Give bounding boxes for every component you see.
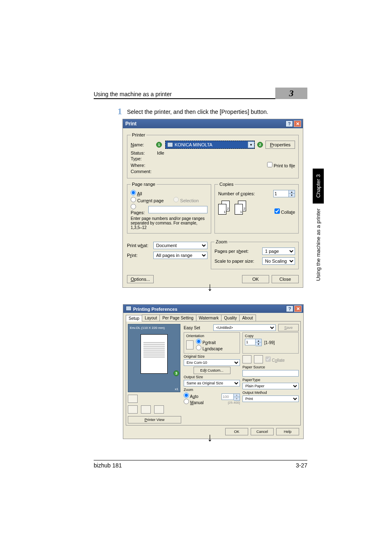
cancel-button[interactable]: Cancel [251,428,274,435]
print-what-label: Print what: [127,243,151,248]
callout-2: 2 [257,142,263,148]
tab-about[interactable]: About [239,314,256,321]
preview-page-icon [141,334,168,374]
zoom-manual-radio[interactable]: Manual [184,400,204,405]
close-icon[interactable]: ✕ [294,305,302,312]
copy-range-label: [1-99] [264,340,275,345]
orientation-legend: Orientation [186,334,238,338]
options-button[interactable]: Options... [127,275,154,283]
properties-button[interactable]: Properties [265,141,295,149]
prefs-title: Printing Preferences [133,307,178,312]
page-preview: Env.DL (110 X 220 mm) 3 x1 [128,324,180,392]
easy-set-select[interactable]: <Untitled> [213,324,276,331]
paper-type-label: PaperType [242,378,299,382]
layout-icon-4[interactable] [154,405,164,414]
copy-input[interactable] [245,339,256,345]
page-range-legend: Page range [131,182,157,187]
comment-label: Comment: [131,169,154,174]
tab-setup[interactable]: Setup [126,315,142,321]
ok-button[interactable]: OK [225,428,248,435]
printer-name-select[interactable]: KONICA MINOLTA ▼ [165,141,255,149]
zoom-spinner: ▲▼ [221,393,240,401]
prefs-tabs: Setup Layout Per Page Setting Watermark … [126,314,301,321]
print-range-select[interactable]: All pages in range [153,252,208,259]
num-copies-label: Number of copies: [218,191,255,196]
spin-down-icon[interactable]: ▼ [256,342,261,346]
arrow-down-icon: ↓ [207,280,213,294]
zoom-label: Zoom [184,388,240,392]
pages-per-sheet-select[interactable]: 1 page [262,247,295,255]
callout-3: 3 [173,370,179,376]
copy-legend: Copy [245,334,296,338]
footer-right: 3-27 [296,462,307,469]
layout-icon-1[interactable] [128,395,138,403]
print-range-label: Print: [127,253,151,258]
close-button[interactable]: Close [272,275,299,283]
print-what-select[interactable]: Document [153,242,208,249]
paper-type-select[interactable]: Plain Paper [242,383,299,389]
print-dialog: Print ? ✕ Printer Name: 1 KONICA MINOLTA… [122,119,303,288]
output-size-select[interactable]: Same as Original Size [184,380,240,386]
landscape-radio[interactable]: Landscape [196,347,223,351]
print-dialog-title: Print [125,121,136,127]
save-button: Save [278,324,299,331]
output-method-select[interactable]: Print [242,395,299,402]
num-copies-input[interactable] [273,190,289,197]
copy-spinner[interactable]: ▲▼ [245,339,262,346]
scale-select[interactable]: No Scaling [262,257,295,265]
range-all-radio[interactable]: All [131,190,142,196]
output-method-label: Output Method [242,391,299,395]
tab-watermark[interactable]: Watermark [196,314,222,321]
range-current-radio[interactable]: Current page [131,197,164,203]
zoom-range-label: [25-400] [221,401,240,405]
tab-quality[interactable]: Quality [221,314,240,321]
step-number: 1 [118,106,122,117]
paper-source-select[interactable]: Auto [242,370,299,377]
zoom-group: Zoom Pages per sheet: 1 page Scale to pa… [211,239,299,269]
edit-custom-button[interactable]: Edit Custom... [194,367,231,374]
header-chapter-badge: 3 [275,88,307,99]
spin-up-icon[interactable]: ▲ [289,190,295,194]
close-icon[interactable]: ✕ [294,120,301,127]
spin-up-icon[interactable]: ▲ [256,339,261,342]
ok-button[interactable]: OK [242,275,269,283]
range-selection-radio: Selection [173,197,198,203]
chevron-down-icon[interactable]: ▼ [248,141,254,148]
help-icon[interactable]: ? [286,305,293,312]
step-text: Select the printer, and then click the [… [127,106,268,115]
help-icon[interactable]: ? [286,120,293,127]
num-copies-spinner[interactable]: ▲▼ [273,190,295,197]
zoom-auto-radio[interactable]: Auto [184,394,198,399]
footer-left: bizhub 181 [94,462,122,469]
paper-source-label: Paper Source [242,365,299,369]
status-value: Idle [157,150,164,155]
tab-layout[interactable]: Layout [142,314,160,321]
print-dialog-titlebar: Print ? ✕ [123,119,303,128]
side-tab-section: Using the machine as a printer [314,204,322,286]
print-to-file-checkbox[interactable]: Print to file [267,162,295,168]
status-label: Status: [131,150,154,155]
portrait-radio[interactable]: Portrait [196,340,216,345]
printer-view-button[interactable]: Printer View [128,416,181,423]
side-tab-chapter: Chapter 3 [313,169,324,204]
page-range-group: Page range All Current page Selection Pa… [127,182,211,234]
spin-down-icon[interactable]: ▼ [289,194,295,197]
collate-icon-2 [254,355,263,363]
orientation-group: Orientation Portrait Landscape [184,332,240,354]
preview-toolbar [128,395,181,403]
printer-group-legend: Printer [131,132,146,137]
tab-per-page-setting[interactable]: Per Page Setting [159,314,196,321]
printer-group: Printer Name: 1 KONICA MINOLTA ▼ 2 Prope… [127,132,299,178]
print-to-file-input[interactable] [267,162,272,167]
collate-checkbox[interactable]: Collate [274,208,295,215]
layout-icon-3[interactable] [141,405,151,414]
callout-1: 1 [156,142,162,148]
orientation-icon [186,340,194,349]
help-button[interactable]: Help [276,428,299,435]
original-size-select[interactable]: Env Com-10 [184,359,240,366]
page-footer: bizhub 181 3-27 [94,460,307,469]
layout-icon-2[interactable] [128,405,138,414]
range-pages-radio[interactable]: Pages: [131,204,146,215]
printer-icon [126,306,131,311]
pages-input[interactable] [148,206,208,213]
